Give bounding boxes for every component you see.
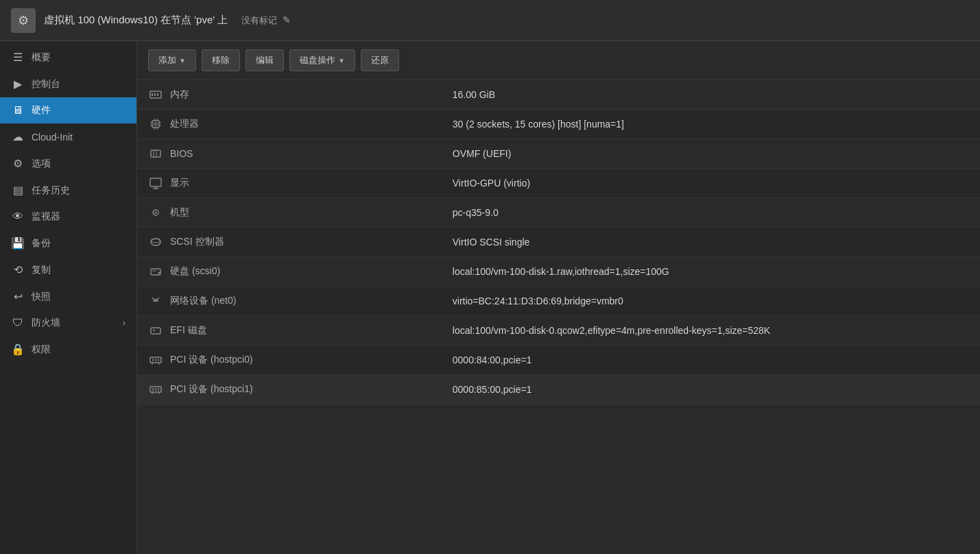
sidebar-item-cloudinit[interactable]: ☁ Cloud-Init: [0, 123, 136, 150]
efi-icon: [148, 323, 163, 338]
hardware-table: 内存16.00 GiB 处理器30 (2 sockets, 15 cores) …: [137, 80, 980, 405]
display-label: 显示: [170, 177, 189, 189]
table-row[interactable]: 硬盘 (scsi0)local:100/vm-100-disk-1.raw,io…: [137, 257, 980, 287]
sidebar-item-console[interactable]: ▶ 控制台: [0, 71, 136, 97]
table-row[interactable]: 处理器30 (2 sockets, 15 cores) [host] [numa…: [137, 110, 980, 139]
disk-ops-dropdown-arrow: ▼: [338, 57, 345, 64]
sidebar-item-replicate[interactable]: ⟲ 复制: [0, 256, 136, 283]
cpu-icon: [148, 117, 163, 132]
hw-label-cell: 处理器: [137, 110, 329, 138]
pci1-icon: [148, 382, 163, 397]
sidebar-item-snapshot[interactable]: ↩ 快照: [0, 283, 136, 310]
svg-rect-41: [158, 388, 159, 391]
hw-label-cell: 显示: [137, 169, 329, 197]
overview-icon: ☰: [11, 51, 25, 64]
harddisk-label: 硬盘 (scsi0): [170, 265, 220, 278]
sidebar-label-replicate: 复制: [32, 264, 51, 276]
hw-label-cell: PCI 设备 (hostpci1): [137, 375, 329, 404]
table-row[interactable]: BIOSOVMF (UEFI): [137, 139, 980, 169]
svg-rect-39: [152, 388, 154, 391]
hw-label-cell: 机型: [137, 198, 329, 227]
efi-value: local:100/vm-100-disk-0.qcow2,efitype=4m…: [442, 316, 980, 346]
cpu-label: 处理器: [170, 118, 199, 130]
table-row[interactable]: PCI 设备 (hostpci1)0000:85:00,pcie=1: [137, 375, 980, 405]
memory-icon: [148, 87, 163, 102]
add-button[interactable]: 添加 ▼: [148, 49, 196, 71]
taskhistory-icon: ▤: [11, 184, 25, 197]
hw-label-cell: SCSI 控制器: [137, 228, 329, 256]
sidebar-item-taskhistory[interactable]: ▤ 任务历史: [0, 177, 136, 204]
remove-button[interactable]: 移除: [202, 49, 240, 71]
table-row[interactable]: EFI 磁盘local:100/vm-100-disk-0.qcow2,efit…: [137, 316, 980, 346]
sidebar-item-firewall[interactable]: 🛡 防火墙 ›: [0, 310, 136, 336]
bios-icon: [148, 146, 163, 161]
sidebar-label-console: 控制台: [32, 78, 60, 91]
network-label: 网络设备 (net0): [170, 295, 236, 307]
sidebar-item-backup[interactable]: 💾 备份: [0, 230, 136, 256]
content-area: 添加 ▼ 移除 编辑 磁盘操作 ▼ 还原 内存16.0: [137, 41, 980, 554]
firewall-icon: 🛡: [11, 317, 25, 329]
firewall-arrow: ›: [123, 318, 126, 328]
gear-icon: ⚙: [11, 8, 36, 33]
sidebar-item-options[interactable]: ⚙ 选项: [0, 150, 136, 177]
scsi-value: VirtIO SCSI single: [442, 228, 980, 257]
svg-point-21: [155, 212, 157, 214]
bios-value: OVMF (UEFI): [442, 139, 980, 169]
hardware-icon: 🖥: [11, 104, 25, 117]
sidebar: ☰ 概要 ▶ 控制台 🖥 硬件 ☁ Cloud-Init ⚙ 选项 ▤ 任务历史…: [0, 41, 137, 554]
cpu-value: 30 (2 sockets, 15 cores) [host] [numa=1]: [442, 110, 980, 139]
sidebar-label-monitor: 监视器: [32, 210, 60, 223]
top-bar: ⚙ 虚拟机 100 (Windows10) 在节点 'pve' 上 没有标记 ✎: [0, 0, 980, 41]
disk-ops-button[interactable]: 磁盘操作 ▼: [289, 49, 355, 71]
vm-title: 虚拟机 100 (Windows10) 在节点 'pve' 上: [44, 14, 228, 27]
svg-rect-2: [154, 93, 156, 96]
svg-rect-24: [151, 269, 160, 275]
sidebar-item-overview[interactable]: ☰ 概要: [0, 44, 136, 71]
network-icon: [148, 293, 163, 309]
scsi-label: SCSI 控制器: [170, 236, 224, 248]
sidebar-label-taskhistory: 任务历史: [32, 184, 70, 197]
table-row[interactable]: 内存16.00 GiB: [137, 80, 980, 110]
edit-tag-icon[interactable]: ✎: [283, 14, 291, 25]
bios-label: BIOS: [170, 148, 193, 159]
machine-label: 机型: [170, 206, 189, 219]
svg-rect-33: [152, 359, 154, 361]
table-row[interactable]: 机型pc-q35-9.0: [137, 198, 980, 228]
edit-button[interactable]: 编辑: [246, 49, 284, 71]
sidebar-label-backup: 备份: [32, 237, 51, 250]
sidebar-label-cloudinit: Cloud-Init: [32, 132, 73, 143]
replicate-icon: ⟲: [11, 263, 25, 276]
table-row[interactable]: PCI 设备 (hostpci0)0000:84:00,pcie=1: [137, 346, 980, 375]
sidebar-label-snapshot: 快照: [32, 291, 51, 303]
hw-label-cell: 硬盘 (scsi0): [137, 257, 329, 286]
svg-point-23: [151, 239, 160, 243]
table-row[interactable]: 网络设备 (net0)virtio=BC:24:11:D3:D6:69,brid…: [137, 287, 980, 316]
scsi-icon: [148, 234, 163, 250]
hw-label-cell: 内存: [137, 80, 329, 109]
svg-rect-40: [155, 388, 156, 391]
restore-button[interactable]: 还原: [361, 49, 399, 71]
vm-tag: 没有标记 ✎: [241, 14, 291, 27]
sidebar-item-hardware[interactable]: 🖥 硬件: [0, 97, 136, 123]
sidebar-item-permissions[interactable]: 🔒 权限: [0, 336, 136, 363]
svg-rect-35: [158, 359, 159, 361]
sidebar-item-monitor[interactable]: 👁 监视器: [0, 204, 136, 230]
pci0-value: 0000:84:00,pcie=1: [442, 346, 980, 375]
hw-label-cell: 网络设备 (net0): [137, 287, 329, 315]
pci1-value: 0000:85:00,pcie=1: [442, 375, 980, 405]
main-layout: ☰ 概要 ▶ 控制台 🖥 硬件 ☁ Cloud-Init ⚙ 选项 ▤ 任务历史…: [0, 41, 980, 554]
hw-label-cell: PCI 设备 (hostpci0): [137, 346, 329, 374]
svg-point-25: [158, 272, 160, 274]
display-icon: [148, 176, 163, 191]
table-row[interactable]: SCSI 控制器VirtIO SCSI single: [137, 228, 980, 257]
sidebar-label-hardware: 硬件: [32, 104, 51, 117]
harddisk-value: local:100/vm-100-disk-1.raw,iothread=1,s…: [442, 257, 980, 287]
svg-rect-17: [150, 178, 161, 186]
table-row[interactable]: 显示VirtIO-GPU (virtio): [137, 169, 980, 198]
console-icon: ▶: [11, 77, 25, 91]
cloudinit-icon: ☁: [11, 130, 25, 143]
display-value: VirtIO-GPU (virtio): [442, 169, 980, 198]
pci0-label: PCI 设备 (hostpci0): [170, 354, 253, 366]
memory-label: 内存: [170, 88, 189, 101]
hw-label-cell: EFI 磁盘: [137, 316, 329, 345]
